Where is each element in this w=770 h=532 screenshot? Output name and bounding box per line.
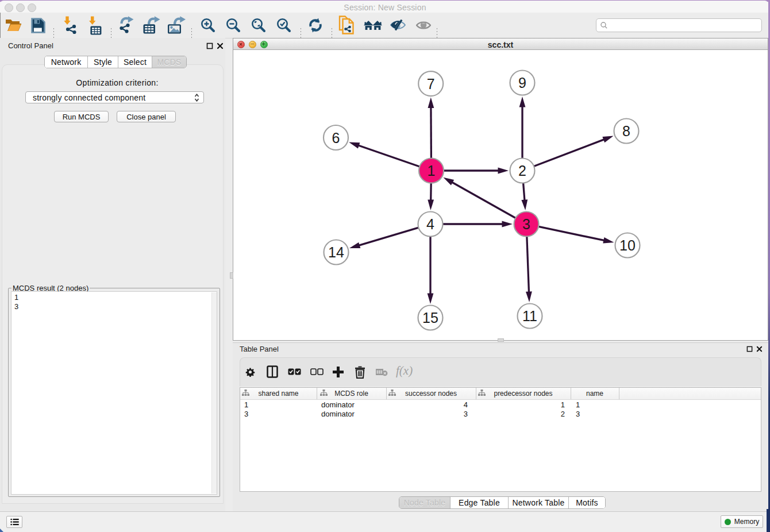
svg-text:6: 6 bbox=[332, 130, 340, 146]
svg-text:4: 4 bbox=[426, 216, 434, 232]
svg-text:1: 1 bbox=[428, 163, 436, 179]
svg-text:8: 8 bbox=[622, 123, 630, 139]
svg-text:2: 2 bbox=[518, 163, 526, 179]
svg-text:3: 3 bbox=[522, 216, 530, 232]
svg-text:9: 9 bbox=[518, 75, 526, 91]
svg-text:11: 11 bbox=[522, 308, 537, 324]
svg-text:14: 14 bbox=[328, 244, 344, 260]
svg-text:15: 15 bbox=[422, 310, 438, 326]
svg-text:7: 7 bbox=[427, 76, 435, 92]
svg-text:10: 10 bbox=[619, 237, 636, 253]
